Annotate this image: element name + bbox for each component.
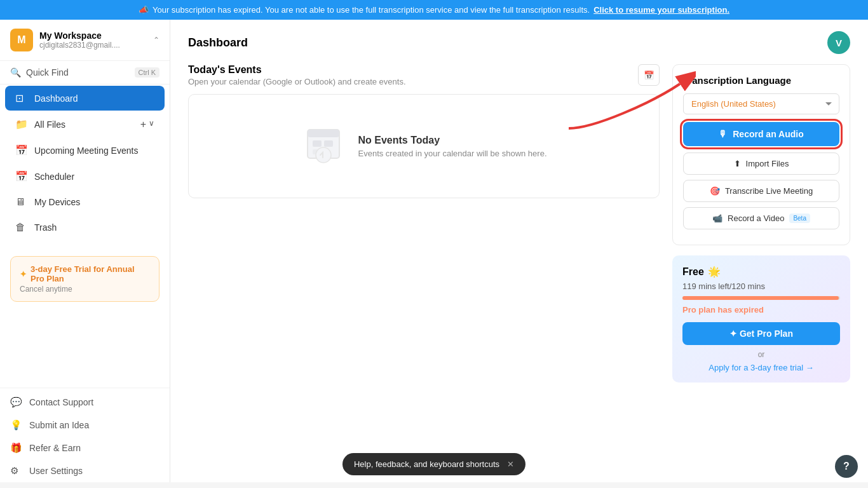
support-icon: 💬 bbox=[10, 396, 23, 408]
calendar-icon: 📅 bbox=[644, 71, 654, 80]
svg-rect-3 bbox=[324, 140, 333, 147]
no-events-box: No Events Today Events created in your c… bbox=[188, 94, 660, 198]
settings-icon: ⚙ bbox=[10, 465, 23, 477]
devices-icon: 🖥 bbox=[15, 196, 28, 208]
workspace-chevron-icon: ⌃ bbox=[153, 36, 159, 44]
events-header-text: Today's Events Open your calendar (Googl… bbox=[188, 64, 406, 86]
sidebar-item-label: Contact Support bbox=[29, 397, 93, 407]
notification-bar: 📣 Your subscription has expired. You are… bbox=[0, 0, 868, 20]
sidebar-item-all-files[interactable]: 📁 All Files + ∨ bbox=[5, 112, 165, 137]
trial-cancel: Cancel anytime bbox=[20, 285, 150, 294]
sidebar-item-user-settings[interactable]: ⚙ User Settings bbox=[0, 459, 170, 482]
svg-rect-1 bbox=[308, 130, 339, 137]
sidebar-item-upcoming-meetings[interactable]: 📅 Upcoming Meeting Events bbox=[5, 138, 165, 163]
events-title: Today's Events bbox=[188, 64, 406, 76]
sidebar: M My Workspace cjdigitals2831@gmail.... … bbox=[0, 20, 170, 482]
microphone-icon: 🎙 bbox=[719, 129, 728, 139]
workspace-avatar: M bbox=[10, 29, 33, 51]
quick-find-label: Quick Find bbox=[26, 67, 135, 78]
no-events-message: Events created in your calendar will be … bbox=[358, 149, 547, 158]
or-divider: or bbox=[682, 350, 840, 359]
add-file-icon[interactable]: + bbox=[140, 119, 146, 130]
apply-trial-link[interactable]: Apply for a 3-day free trial → bbox=[682, 363, 840, 372]
workspace-info: My Workspace cjdigitals2831@gmail.... bbox=[39, 30, 153, 50]
right-panel: Transcription Language English (United S… bbox=[672, 64, 850, 472]
user-avatar[interactable]: V bbox=[827, 31, 850, 54]
sidebar-item-label: Upcoming Meeting Events bbox=[34, 146, 154, 156]
trial-box: ✦ 3-day Free Trial for Annual Pro Plan C… bbox=[10, 256, 159, 302]
progress-bar-background bbox=[682, 296, 840, 300]
notification-message: Your subscription has expired. You are n… bbox=[153, 5, 590, 15]
help-close-icon[interactable]: ✕ bbox=[507, 459, 514, 469]
page-title: Dashboard bbox=[188, 36, 248, 50]
nav-menu: ⊡ Dashboard 📁 All Files + ∨ 📅 Upcoming M… bbox=[0, 85, 170, 241]
sidebar-item-refer-earn[interactable]: 🎁 Refer & Earn bbox=[0, 437, 170, 459]
transcription-title: Transcription Language bbox=[683, 75, 839, 86]
sidebar-item-trash[interactable]: 🗑 Trash bbox=[5, 215, 165, 240]
sidebar-item-submit-idea[interactable]: 💡 Submit an Idea bbox=[0, 414, 170, 437]
calendar-icon: 📅 bbox=[15, 144, 28, 156]
sidebar-item-label: Submit an Idea bbox=[29, 420, 89, 430]
idea-icon: 💡 bbox=[10, 419, 23, 431]
sidebar-item-dashboard[interactable]: ⊡ Dashboard bbox=[5, 86, 165, 111]
live-meeting-icon: 🎯 bbox=[710, 186, 720, 196]
sidebar-item-label: Dashboard bbox=[34, 93, 154, 104]
record-audio-button[interactable]: 🎙 Record an Audio bbox=[683, 122, 839, 146]
content-area: Today's Events Open your calendar (Googl… bbox=[170, 54, 868, 482]
sidebar-item-label: Refer & Earn bbox=[29, 443, 81, 453]
transcription-box: Transcription Language English (United S… bbox=[672, 64, 850, 245]
main-content: Dashboard V Today's Events Open your cal… bbox=[170, 20, 868, 482]
sidebar-bottom: 💬 Contact Support 💡 Submit an Idea 🎁 Ref… bbox=[0, 388, 170, 482]
search-icon: 🔍 bbox=[10, 67, 21, 78]
calendar-button[interactable]: 📅 bbox=[638, 64, 660, 86]
help-question-button[interactable]: ? bbox=[835, 455, 858, 478]
free-plan-title: Free 🌟 bbox=[682, 266, 840, 278]
file-actions: + ∨ bbox=[140, 119, 154, 130]
sidebar-item-contact-support[interactable]: 💬 Contact Support bbox=[0, 391, 170, 414]
beta-badge: Beta bbox=[789, 214, 810, 223]
folder-icon: 📁 bbox=[15, 118, 28, 130]
gift-icon: 🎁 bbox=[10, 442, 23, 454]
sidebar-item-label: My Devices bbox=[34, 197, 154, 207]
trash-icon: 🗑 bbox=[15, 222, 28, 233]
events-header: Today's Events Open your calendar (Googl… bbox=[188, 64, 660, 86]
dashboard-icon: ⊡ bbox=[15, 92, 28, 104]
workspace-email: cjdigitals2831@gmail.... bbox=[39, 41, 153, 50]
events-subtitle: Open your calendar (Google or Outlook) a… bbox=[188, 77, 406, 86]
quick-find[interactable]: 🔍 Quick Find Ctrl K bbox=[0, 61, 170, 85]
get-pro-button[interactable]: ✦ Get Pro Plan bbox=[682, 322, 840, 345]
import-files-button[interactable]: ⬆ Import Files bbox=[683, 152, 839, 175]
empty-state-icon bbox=[301, 120, 346, 172]
sidebar-item-scheduler[interactable]: 📅 Scheduler bbox=[5, 164, 165, 189]
transcribe-live-button[interactable]: 🎯 Transcribe Live Meeting bbox=[683, 180, 839, 202]
trial-title: ✦ 3-day Free Trial for Annual Pro Plan bbox=[20, 264, 150, 283]
workspace-name: My Workspace bbox=[39, 30, 153, 41]
plan-icon: 🌟 bbox=[708, 266, 721, 278]
expired-text: Pro plan has expired bbox=[682, 305, 840, 315]
no-events-title: No Events Today bbox=[358, 135, 547, 146]
upload-icon: ⬆ bbox=[734, 159, 741, 168]
svg-rect-2 bbox=[313, 140, 322, 147]
help-bar-text: Help, feedback, and keyboard shortcuts bbox=[354, 459, 499, 469]
sidebar-item-label: All Files bbox=[34, 119, 140, 130]
help-bar: Help, feedback, and keyboard shortcuts ✕ bbox=[342, 453, 526, 475]
star-icon: ✦ bbox=[20, 269, 27, 279]
dashboard-header: Dashboard V bbox=[170, 20, 868, 54]
free-plan-mins: 119 mins left/120 mins bbox=[682, 281, 840, 291]
arrow-container: 🎙 Record an Audio bbox=[683, 122, 839, 146]
progress-bar-fill bbox=[682, 296, 839, 300]
sidebar-item-label: Trash bbox=[34, 222, 154, 233]
events-panel: Today's Events Open your calendar (Googl… bbox=[188, 64, 660, 472]
workspace-header[interactable]: M My Workspace cjdigitals2831@gmail.... … bbox=[0, 20, 170, 61]
quick-find-shortcut: Ctrl K bbox=[135, 67, 160, 78]
chevron-down-icon[interactable]: ∨ bbox=[149, 119, 154, 130]
language-select[interactable]: English (United States) bbox=[683, 93, 839, 114]
no-events-text: No Events Today Events created in your c… bbox=[358, 135, 547, 158]
scheduler-icon: 📅 bbox=[15, 170, 28, 182]
sidebar-item-label: User Settings bbox=[29, 466, 83, 476]
sidebar-item-my-devices[interactable]: 🖥 My Devices bbox=[5, 190, 165, 214]
free-plan-box: Free 🌟 119 mins left/120 mins Pro plan h… bbox=[672, 255, 850, 383]
record-video-button[interactable]: 📹 Record a Video Beta bbox=[683, 207, 839, 229]
sidebar-item-label: Scheduler bbox=[34, 172, 154, 182]
resume-subscription-link[interactable]: Click to resume your subscription. bbox=[593, 5, 729, 15]
